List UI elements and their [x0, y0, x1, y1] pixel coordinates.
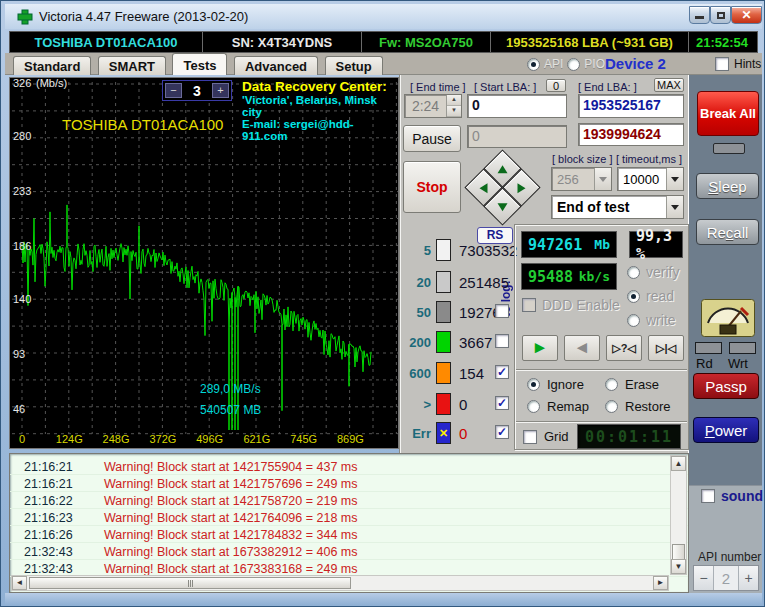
x-axis-tick: 621G [243, 433, 270, 445]
seek-question-button[interactable]: ▷?◁ [606, 335, 642, 361]
radio-erase[interactable] [605, 378, 618, 391]
divider [516, 421, 687, 423]
mode-write[interactable]: write [627, 312, 676, 328]
y-axis-tick: 233 [13, 185, 31, 197]
graph-zoom-out-button[interactable]: − [165, 83, 182, 98]
arrow-up-icon [498, 165, 508, 173]
defect-action-remap[interactable]: Remap [527, 399, 589, 414]
event-log[interactable]: 21:16:21Warning! Block start at 14217559… [9, 453, 689, 593]
scroll-up-icon[interactable]: ▲ [671, 456, 686, 471]
radio-write[interactable] [627, 314, 640, 327]
recall-button[interactable]: Recall [696, 219, 759, 245]
scroll-right-icon[interactable]: ► [653, 576, 668, 590]
y-axis-tick: 46 [13, 403, 25, 415]
pause-button[interactable]: Pause [403, 125, 461, 152]
speed-graph[interactable]: (Mb/s) − 3 + Data Recovery Center: 'Vict… [9, 77, 399, 449]
combo-arrow-icon[interactable] [594, 168, 611, 190]
radio-read[interactable] [627, 290, 640, 303]
break-all-button[interactable]: Break All [697, 91, 759, 136]
y-axis-unit: (Mb/s) [36, 77, 67, 89]
radio-ignore[interactable] [527, 378, 540, 391]
end-time-spinner[interactable]: 2:24 ▲▼ [404, 94, 462, 118]
legend-threshold: 5 [403, 243, 431, 258]
legend-log-checkbox[interactable] [495, 304, 509, 318]
radio-verify[interactable] [627, 266, 640, 279]
stepper-minus-button[interactable]: − [694, 566, 714, 590]
minimize-button[interactable] [689, 6, 710, 24]
title-bar[interactable]: Victoria 4.47 Freeware (2013-02-20) ✕ [5, 4, 762, 29]
defect-action-restore[interactable]: Restore [605, 399, 671, 414]
log-horizontal-scrollbar[interactable]: ◄ ► [11, 575, 669, 591]
tab-setup[interactable]: Setup [325, 56, 383, 75]
end-time-label: [ End time ] [410, 81, 466, 93]
legend-log-checkbox[interactable] [495, 334, 509, 348]
max-lba-button[interactable]: MAX [654, 78, 684, 92]
passp-button[interactable]: Passp [693, 373, 759, 399]
close-button[interactable]: ✕ [731, 6, 762, 24]
legend-threshold: > [403, 397, 431, 412]
end-lba-label: [ End LBA: ] [578, 81, 637, 93]
x-axis-tick: 869G [337, 433, 364, 445]
error-x-icon: ✕ [439, 427, 448, 440]
radio-remap[interactable] [527, 400, 540, 413]
tab-tests[interactable]: Tests [172, 53, 227, 75]
end-action-combo[interactable]: End of test [551, 195, 684, 219]
restore-label: Restore [625, 399, 671, 414]
window-bottom-border [5, 593, 762, 605]
graph-zoom-in-button[interactable]: + [212, 83, 229, 98]
stepper-plus-button[interactable]: + [738, 566, 758, 590]
end-lba-input[interactable]: 1953525167 [578, 94, 684, 118]
log-message: Warning! Block start at 1421757696 = 249… [104, 477, 358, 491]
erase-label: Erase [625, 377, 659, 392]
defect-action-erase[interactable]: Erase [605, 377, 659, 392]
legend-threshold: 20 [403, 275, 431, 290]
hints-checkbox[interactable] [715, 57, 729, 71]
promo-city: 'Victoria', Belarus, Minsk city [242, 94, 394, 118]
spin-up-icon[interactable]: ▲ [447, 95, 461, 106]
log-message: Warning! Block start at 1673383168 = 249… [104, 562, 358, 576]
start-lba-input[interactable]: 0 [467, 94, 567, 118]
legend-count: 251485 [459, 274, 509, 291]
spin-down-icon[interactable]: ▼ [447, 106, 461, 117]
y-axis-tick: 186 [13, 240, 31, 252]
stop-button[interactable]: Stop [403, 161, 461, 213]
log-message: Warning! Block start at 1421784832 = 344… [104, 528, 358, 542]
legend-log-checkbox[interactable]: ✓ [495, 425, 509, 439]
sound-checkbox[interactable] [701, 489, 715, 503]
maximize-button[interactable] [710, 6, 731, 24]
radio-api[interactable] [527, 58, 540, 71]
scroll-down-icon[interactable]: ▼ [671, 559, 686, 574]
x-axis-tick: 745G [290, 433, 317, 445]
ddd-enable-checkbox[interactable] [522, 298, 536, 312]
scroll-thumb[interactable] [29, 577, 351, 589]
sleep-button[interactable]: Sleep [696, 173, 759, 199]
start-lba-preset-button[interactable]: 0 [546, 79, 566, 92]
combo-arrow-icon[interactable] [666, 168, 683, 190]
defect-action-ignore[interactable]: Ignore [527, 377, 584, 392]
legend-count: 154 [459, 365, 484, 382]
legend-log-checkbox[interactable]: ✓ [495, 396, 509, 410]
api-label: API [544, 57, 563, 71]
seek-end-button[interactable]: ▷|◁ [648, 335, 684, 361]
grid-checkbox[interactable] [523, 430, 537, 444]
back-icon: ◄ [574, 338, 591, 358]
mode-read[interactable]: read [627, 288, 674, 304]
tab-advanced[interactable]: Advanced [234, 56, 318, 75]
mode-verify[interactable]: verify [627, 264, 679, 280]
y-axis-tick: 140 [13, 293, 31, 305]
radio-pio[interactable] [567, 58, 580, 71]
power-button[interactable]: Power [693, 417, 759, 443]
tab-standard[interactable]: Standard [13, 56, 91, 75]
tab-smart[interactable]: SMART [98, 56, 166, 75]
scroll-left-icon[interactable]: ◄ [12, 576, 27, 590]
remap-label: Remap [547, 399, 589, 414]
log-vertical-scrollbar[interactable]: ▲ ▼ [670, 455, 687, 575]
combo-arrow-icon[interactable] [666, 196, 683, 218]
radio-restore[interactable] [605, 400, 618, 413]
play-button[interactable]: ► [522, 335, 558, 361]
legend-log-checkbox[interactable]: ✓ [495, 365, 509, 379]
block-size-combo[interactable]: 256 [551, 167, 612, 191]
back-button[interactable]: ◄ [564, 335, 600, 361]
timeout-combo[interactable]: 10000 [617, 167, 684, 191]
arrow-left-icon [480, 183, 488, 193]
